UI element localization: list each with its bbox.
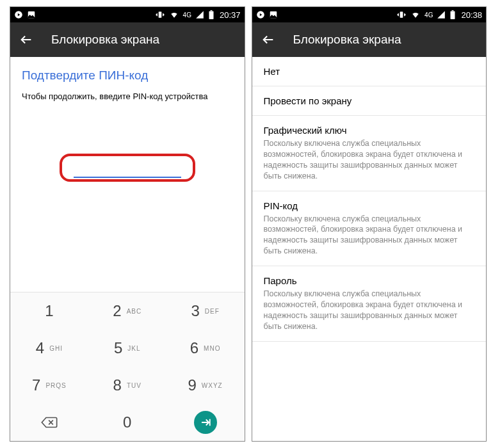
svg-rect-2 (158, 12, 161, 17)
key-1[interactable]: 1 (10, 292, 88, 330)
key-0[interactable]: 0 (88, 404, 166, 441)
key-submit[interactable] (166, 404, 245, 441)
key-3[interactable]: 3DEF (166, 292, 245, 330)
option-password[interactable]: Пароль Поскольку включена служба специал… (252, 266, 487, 342)
pin-input[interactable] (74, 163, 181, 178)
option-title: PIN-код (264, 200, 475, 211)
option-title: Нет (264, 66, 475, 77)
option-desc: Поскольку включена служба специальных во… (264, 214, 475, 257)
option-pattern[interactable]: Графический ключ Поскольку включена служ… (252, 116, 487, 191)
wifi-icon (410, 10, 421, 19)
status-bar: 4G 20:38 (252, 7, 487, 22)
svg-rect-8 (451, 11, 455, 19)
vibrate-icon (155, 10, 165, 19)
key-backspace[interactable] (10, 404, 88, 441)
play-circle-icon (256, 10, 265, 19)
key-8[interactable]: 8TUV (88, 367, 166, 404)
option-pin[interactable]: PIN-код Поскольку включена служба специа… (252, 191, 487, 267)
app-bar-title: Блокировка экрана (293, 33, 401, 47)
app-bar: Блокировка экрана (10, 22, 245, 57)
back-icon[interactable] (19, 33, 33, 47)
image-icon (27, 10, 36, 19)
phone-left: 4G 20:37 Блокировка экрана Подтвердите П… (10, 6, 245, 442)
page-title: Подтвердите ПИН-код (22, 68, 233, 83)
key-2[interactable]: 2ABC (88, 292, 166, 330)
battery-icon (449, 10, 456, 19)
clock: 20:38 (461, 10, 482, 20)
key-4[interactable]: 4GHI (10, 330, 88, 367)
phone-right: 4G 20:38 Блокировка экрана Нет Провести … (252, 6, 487, 442)
keypad: 1 2ABC 3DEF 4GHI 5JKL 6MNO 7PRQS 8TUV 9W… (10, 292, 245, 441)
option-desc: Поскольку включена служба специальных во… (264, 289, 475, 332)
pin-input-highlight (60, 154, 195, 182)
battery-icon (208, 10, 214, 19)
option-title: Пароль (264, 275, 475, 286)
svg-rect-4 (211, 10, 213, 11)
wifi-icon (169, 10, 179, 19)
key-9[interactable]: 9WXYZ (166, 367, 245, 404)
backspace-icon (40, 416, 58, 429)
signal-icon (195, 10, 204, 19)
key-5[interactable]: 5JKL (88, 330, 166, 367)
play-circle-icon (14, 10, 23, 19)
svg-rect-7 (400, 12, 403, 17)
key-7[interactable]: 7PRQS (10, 367, 88, 404)
option-swipe[interactable]: Провести по экрану (252, 86, 487, 116)
app-bar: Блокировка экрана (252, 22, 487, 57)
key-6[interactable]: 6MNO (166, 330, 245, 367)
option-title: Графический ключ (264, 125, 475, 136)
vibrate-icon (396, 10, 407, 19)
network-label: 4G (424, 12, 433, 19)
status-bar: 4G 20:37 (10, 7, 245, 22)
app-bar-title: Блокировка экрана (51, 33, 159, 47)
clock: 20:37 (220, 10, 241, 20)
svg-rect-9 (452, 10, 454, 11)
option-desc: Поскольку включена служба специальных во… (264, 138, 475, 182)
image-icon (269, 10, 278, 19)
signal-icon (437, 10, 446, 19)
lock-options-list: Нет Провести по экрану Графический ключ … (252, 57, 487, 441)
option-title: Провести по экрану (264, 95, 475, 106)
back-icon[interactable] (261, 33, 275, 47)
svg-rect-3 (209, 11, 213, 19)
submit-icon (200, 417, 211, 428)
network-label: 4G (183, 12, 191, 19)
option-none[interactable]: Нет (252, 57, 487, 86)
page-subtitle: Чтобы продолжить, введите PIN-код устрой… (22, 92, 233, 101)
